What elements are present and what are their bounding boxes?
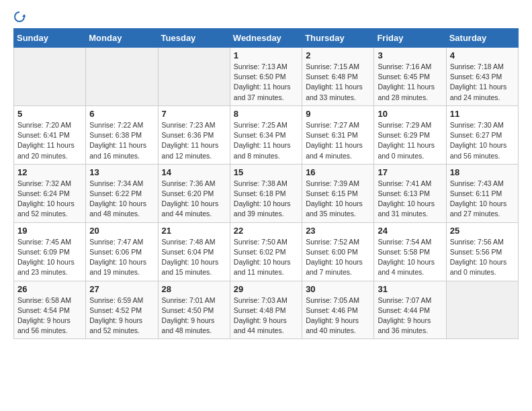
header-cell-monday: Monday xyxy=(86,29,158,48)
calendar-cell: 1Sunrise: 7:13 AM Sunset: 6:50 PM Daylig… xyxy=(230,48,302,106)
day-info: Sunrise: 7:47 AM Sunset: 6:06 PM Dayligh… xyxy=(89,237,154,278)
day-number: 22 xyxy=(234,226,298,236)
calendar-cell: 31Sunrise: 7:07 AM Sunset: 4:44 PM Dayli… xyxy=(374,281,446,339)
header xyxy=(13,11,519,23)
calendar-cell: 8Sunrise: 7:25 AM Sunset: 6:34 PM Daylig… xyxy=(230,105,302,164)
calendar-cell: 10Sunrise: 7:29 AM Sunset: 6:29 PM Dayli… xyxy=(374,105,446,164)
calendar-cell: 16Sunrise: 7:39 AM Sunset: 6:15 PM Dayli… xyxy=(302,164,374,222)
header-cell-saturday: Saturday xyxy=(446,29,518,48)
day-number: 30 xyxy=(306,284,370,294)
day-info: Sunrise: 7:45 AM Sunset: 6:09 PM Dayligh… xyxy=(17,237,82,278)
calendar-cell: 19Sunrise: 7:45 AM Sunset: 6:09 PM Dayli… xyxy=(14,222,86,281)
calendar-cell: 21Sunrise: 7:48 AM Sunset: 6:04 PM Dayli… xyxy=(158,222,230,281)
header-cell-wednesday: Wednesday xyxy=(230,29,302,48)
page: SundayMondayTuesdayWednesdayThursdayFrid… xyxy=(0,0,532,350)
day-number: 24 xyxy=(378,226,442,236)
day-info: Sunrise: 7:32 AM Sunset: 6:24 PM Dayligh… xyxy=(17,179,82,220)
calendar-week-5: 26Sunrise: 6:58 AM Sunset: 4:54 PM Dayli… xyxy=(14,281,519,339)
day-info: Sunrise: 7:48 AM Sunset: 6:04 PM Dayligh… xyxy=(162,237,226,278)
calendar-cell: 17Sunrise: 7:41 AM Sunset: 6:13 PM Dayli… xyxy=(374,164,446,222)
day-number: 1 xyxy=(234,50,298,60)
header-cell-friday: Friday xyxy=(374,29,446,48)
day-number: 18 xyxy=(450,167,515,177)
day-number: 5 xyxy=(17,109,82,119)
calendar-week-4: 19Sunrise: 7:45 AM Sunset: 6:09 PM Dayli… xyxy=(14,222,519,281)
calendar-week-3: 12Sunrise: 7:32 AM Sunset: 6:24 PM Dayli… xyxy=(14,164,519,222)
day-info: Sunrise: 7:20 AM Sunset: 6:41 PM Dayligh… xyxy=(17,120,82,161)
day-number: 12 xyxy=(17,167,82,177)
calendar-cell xyxy=(158,48,230,106)
header-cell-tuesday: Tuesday xyxy=(158,29,230,48)
day-info: Sunrise: 7:29 AM Sunset: 6:29 PM Dayligh… xyxy=(378,120,442,161)
day-info: Sunrise: 7:54 AM Sunset: 5:58 PM Dayligh… xyxy=(378,237,442,278)
day-number: 27 xyxy=(89,284,154,294)
day-number: 16 xyxy=(306,167,370,177)
calendar-cell xyxy=(86,48,158,106)
day-number: 29 xyxy=(234,284,298,294)
day-number: 6 xyxy=(89,109,154,119)
day-info: Sunrise: 7:15 AM Sunset: 6:48 PM Dayligh… xyxy=(306,62,370,103)
calendar-cell: 5Sunrise: 7:20 AM Sunset: 6:41 PM Daylig… xyxy=(14,105,86,164)
day-info: Sunrise: 7:34 AM Sunset: 6:22 PM Dayligh… xyxy=(89,179,154,220)
calendar-cell: 7Sunrise: 7:23 AM Sunset: 6:36 PM Daylig… xyxy=(158,105,230,164)
header-cell-thursday: Thursday xyxy=(302,29,374,48)
day-info: Sunrise: 7:18 AM Sunset: 6:43 PM Dayligh… xyxy=(450,62,515,103)
day-number: 31 xyxy=(378,284,442,294)
day-info: Sunrise: 7:39 AM Sunset: 6:15 PM Dayligh… xyxy=(306,179,370,220)
day-info: Sunrise: 7:07 AM Sunset: 4:44 PM Dayligh… xyxy=(378,295,442,336)
day-info: Sunrise: 7:50 AM Sunset: 6:02 PM Dayligh… xyxy=(234,237,298,278)
day-info: Sunrise: 7:03 AM Sunset: 4:48 PM Dayligh… xyxy=(234,295,298,336)
day-info: Sunrise: 7:23 AM Sunset: 6:36 PM Dayligh… xyxy=(162,120,226,161)
calendar-table: SundayMondayTuesdayWednesdayThursdayFrid… xyxy=(13,28,519,339)
calendar-week-2: 5Sunrise: 7:20 AM Sunset: 6:41 PM Daylig… xyxy=(14,105,519,164)
day-number: 20 xyxy=(89,226,154,236)
calendar-cell: 29Sunrise: 7:03 AM Sunset: 4:48 PM Dayli… xyxy=(230,281,302,339)
day-number: 9 xyxy=(306,109,370,119)
day-number: 13 xyxy=(89,167,154,177)
day-number: 7 xyxy=(162,109,226,119)
day-info: Sunrise: 7:27 AM Sunset: 6:31 PM Dayligh… xyxy=(306,120,370,161)
day-info: Sunrise: 7:38 AM Sunset: 6:18 PM Dayligh… xyxy=(234,179,298,220)
calendar-cell: 27Sunrise: 6:59 AM Sunset: 4:52 PM Dayli… xyxy=(86,281,158,339)
day-number: 17 xyxy=(378,167,442,177)
day-info: Sunrise: 7:56 AM Sunset: 5:56 PM Dayligh… xyxy=(450,237,515,278)
day-info: Sunrise: 7:41 AM Sunset: 6:13 PM Dayligh… xyxy=(378,179,442,220)
calendar-cell: 23Sunrise: 7:52 AM Sunset: 6:00 PM Dayli… xyxy=(302,222,374,281)
day-info: Sunrise: 7:22 AM Sunset: 6:38 PM Dayligh… xyxy=(89,120,154,161)
calendar-cell: 4Sunrise: 7:18 AM Sunset: 6:43 PM Daylig… xyxy=(446,48,518,106)
day-info: Sunrise: 7:13 AM Sunset: 6:50 PM Dayligh… xyxy=(234,62,298,103)
logo-icon xyxy=(13,11,26,23)
calendar-cell xyxy=(446,281,518,339)
calendar-cell: 12Sunrise: 7:32 AM Sunset: 6:24 PM Dayli… xyxy=(14,164,86,222)
day-number: 10 xyxy=(378,109,442,119)
calendar-cell: 24Sunrise: 7:54 AM Sunset: 5:58 PM Dayli… xyxy=(374,222,446,281)
day-info: Sunrise: 7:05 AM Sunset: 4:46 PM Dayligh… xyxy=(306,295,370,336)
day-number: 26 xyxy=(17,284,82,294)
day-info: Sunrise: 7:01 AM Sunset: 4:50 PM Dayligh… xyxy=(162,295,226,336)
calendar-cell: 20Sunrise: 7:47 AM Sunset: 6:06 PM Dayli… xyxy=(86,222,158,281)
calendar-cell: 3Sunrise: 7:16 AM Sunset: 6:45 PM Daylig… xyxy=(374,48,446,106)
day-number: 8 xyxy=(234,109,298,119)
day-info: Sunrise: 7:16 AM Sunset: 6:45 PM Dayligh… xyxy=(378,62,442,103)
day-number: 19 xyxy=(17,226,82,236)
calendar-week-1: 1Sunrise: 7:13 AM Sunset: 6:50 PM Daylig… xyxy=(14,48,519,106)
header-cell-sunday: Sunday xyxy=(14,29,86,48)
calendar-cell: 22Sunrise: 7:50 AM Sunset: 6:02 PM Dayli… xyxy=(230,222,302,281)
calendar-cell: 11Sunrise: 7:30 AM Sunset: 6:27 PM Dayli… xyxy=(446,105,518,164)
calendar-cell: 26Sunrise: 6:58 AM Sunset: 4:54 PM Dayli… xyxy=(14,281,86,339)
day-info: Sunrise: 7:30 AM Sunset: 6:27 PM Dayligh… xyxy=(450,120,515,161)
calendar-cell: 15Sunrise: 7:38 AM Sunset: 6:18 PM Dayli… xyxy=(230,164,302,222)
calendar-cell: 6Sunrise: 7:22 AM Sunset: 6:38 PM Daylig… xyxy=(86,105,158,164)
calendar-cell: 18Sunrise: 7:43 AM Sunset: 6:11 PM Dayli… xyxy=(446,164,518,222)
day-number: 3 xyxy=(378,50,442,60)
day-info: Sunrise: 7:52 AM Sunset: 6:00 PM Dayligh… xyxy=(306,237,370,278)
day-number: 23 xyxy=(306,226,370,236)
calendar-cell: 14Sunrise: 7:36 AM Sunset: 6:20 PM Dayli… xyxy=(158,164,230,222)
calendar-cell: 13Sunrise: 7:34 AM Sunset: 6:22 PM Dayli… xyxy=(86,164,158,222)
day-number: 21 xyxy=(162,226,226,236)
calendar-cell: 30Sunrise: 7:05 AM Sunset: 4:46 PM Dayli… xyxy=(302,281,374,339)
day-info: Sunrise: 6:58 AM Sunset: 4:54 PM Dayligh… xyxy=(17,295,82,336)
day-number: 25 xyxy=(450,226,515,236)
day-number: 4 xyxy=(450,50,515,60)
day-info: Sunrise: 7:36 AM Sunset: 6:20 PM Dayligh… xyxy=(162,179,226,220)
